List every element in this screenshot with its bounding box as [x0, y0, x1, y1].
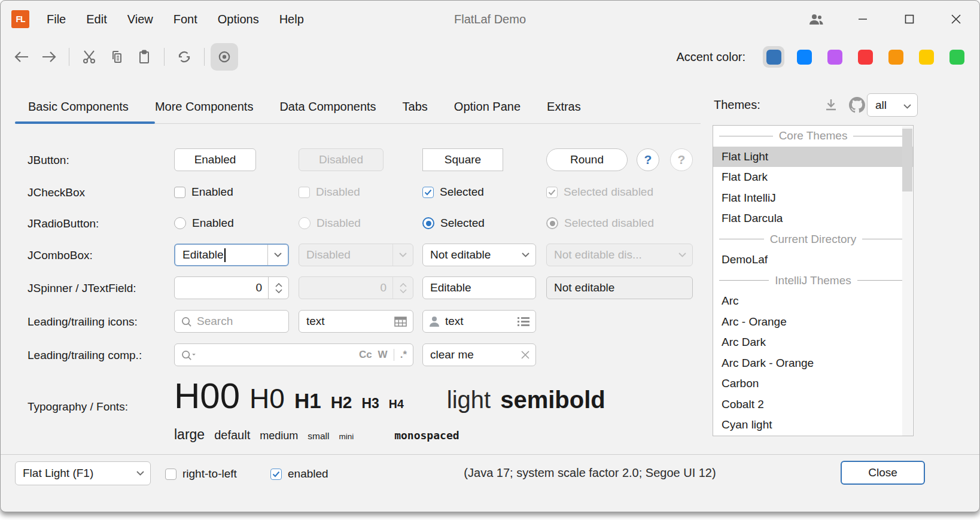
accent-swatch-yellow[interactable] — [915, 46, 937, 68]
user-icon — [429, 316, 440, 327]
themes-scrollbar[interactable] — [902, 126, 912, 436]
users-icon[interactable] — [793, 1, 839, 38]
tab-more-components[interactable]: More Components — [142, 89, 267, 124]
status-text: (Java 17; system scale factor 2.0; Segoe… — [419, 461, 760, 484]
paste-icon[interactable] — [130, 43, 158, 71]
chevron-down-icon[interactable] — [267, 245, 288, 265]
tab-data-components[interactable]: Data Components — [266, 89, 389, 124]
theme-item-cobalt-2[interactable]: Cobalt 2 — [713, 394, 913, 415]
chevron-down-icon — [903, 99, 911, 112]
swatch-color — [766, 50, 781, 65]
whole-word-button[interactable]: W — [378, 349, 388, 361]
checkbox-box — [174, 187, 185, 198]
combobox-value: Not editable dis... — [547, 248, 642, 261]
spinner[interactable]: 0 — [174, 276, 289, 299]
textfield-value: Editable — [430, 281, 471, 294]
text-field-with-table-icon[interactable]: text — [299, 310, 413, 333]
radio-circle — [299, 217, 311, 229]
theme-item-carbon[interactable]: Carbon — [713, 373, 913, 394]
tab-option-pane[interactable]: Option Pane — [441, 89, 534, 124]
radio-label: Selected — [440, 217, 485, 230]
jradiobutton-row-label: JRadioButton: — [28, 217, 99, 230]
search-field-with-options[interactable]: Cc W .* — [174, 343, 413, 366]
menu-options[interactable]: Options — [208, 1, 269, 38]
spinner-buttons[interactable] — [268, 277, 288, 299]
text-caret — [224, 248, 226, 262]
themes-filter-combobox[interactable]: all — [867, 93, 918, 117]
separator — [394, 349, 394, 361]
accent-swatch-blue[interactable] — [793, 46, 815, 68]
theme-item-flat-darcula[interactable]: Flat Darcula — [713, 208, 913, 229]
scrollbar-thumb[interactable] — [902, 129, 912, 191]
round-button[interactable]: Round — [546, 148, 628, 171]
menu-file[interactable]: File — [36, 1, 76, 38]
laf-selector-combobox[interactable]: Flat Light (F1) — [15, 461, 151, 485]
accent-swatch-orange[interactable] — [885, 46, 906, 68]
menu-help[interactable]: Help — [269, 1, 314, 38]
theme-item-arc-orange[interactable]: Arc - Orange — [713, 312, 913, 333]
theme-item-dark-flat[interactable]: Dark Flat — [713, 436, 913, 437]
radio-enabled[interactable]: Enabled — [174, 217, 234, 230]
tab-active-indicator — [15, 121, 155, 124]
tab-tabs[interactable]: Tabs — [389, 89, 441, 124]
search-with-dropdown-icon[interactable] — [181, 349, 196, 361]
minimize-button[interactable] — [839, 1, 886, 38]
radio-selected[interactable]: Selected — [422, 217, 485, 230]
theme-item-flat-light[interactable]: Flat Light — [713, 147, 913, 168]
accent-color-label: Accent color: — [676, 50, 745, 64]
enabled-button[interactable]: Enabled — [174, 148, 256, 171]
enabled-checkbox[interactable]: enabled — [270, 467, 328, 481]
back-icon[interactable] — [8, 43, 35, 71]
close-button[interactable]: Close — [841, 461, 925, 485]
square-button[interactable]: Square — [422, 148, 503, 171]
tab-extras[interactable]: Extras — [534, 89, 594, 124]
refresh-icon[interactable] — [171, 43, 198, 71]
h1-sample: H1 — [294, 389, 321, 412]
themes-rows: Core ThemesFlat LightFlat DarkFlat Intel… — [713, 126, 913, 436]
checkbox-selected[interactable]: Selected — [422, 186, 484, 199]
menu-font[interactable]: Font — [163, 1, 208, 38]
close-window-button[interactable] — [933, 1, 979, 38]
checkbox-label: Disabled — [316, 186, 360, 199]
cut-icon[interactable] — [75, 43, 103, 71]
accent-swatch-red[interactable] — [854, 46, 876, 68]
tab-basic-components[interactable]: Basic Components — [15, 89, 142, 124]
theme-item-demolaf[interactable]: DemoLaf — [713, 250, 913, 270]
checkbox-enabled[interactable]: Enabled — [174, 186, 233, 199]
maximize-button[interactable] — [886, 1, 933, 38]
combobox-editable[interactable]: Editable — [174, 244, 289, 266]
menu-list-icon[interactable] — [518, 317, 529, 326]
show-hidden-eye-icon[interactable] — [211, 43, 238, 71]
clearable-text-field[interactable]: clear me — [422, 343, 536, 366]
theme-item-arc-dark-orange[interactable]: Arc Dark - Orange — [713, 353, 913, 374]
theme-item-cyan-light[interactable]: Cyan light — [713, 415, 913, 436]
theme-item-arc[interactable]: Arc — [713, 291, 913, 312]
h0-sample: H0 — [249, 383, 285, 414]
forward-icon[interactable] — [35, 43, 63, 71]
match-case-button[interactable]: Cc — [359, 349, 372, 361]
rtl-checkbox[interactable]: right-to-left — [165, 467, 237, 481]
menu-view[interactable]: View — [117, 1, 163, 38]
radio-label: Selected disabled — [564, 217, 654, 230]
themes-separator-intellij-themes: IntelliJ Themes — [713, 270, 913, 291]
theme-item-arc-dark[interactable]: Arc Dark — [713, 332, 913, 353]
table-icon[interactable] — [394, 317, 407, 327]
regex-button[interactable]: .* — [400, 349, 407, 361]
h00-sample: H00 — [174, 376, 240, 416]
menu-edit[interactable]: Edit — [76, 1, 117, 38]
textfield-editable[interactable]: Editable — [422, 276, 536, 299]
combobox-value: Not editable — [423, 248, 491, 261]
copy-icon[interactable] — [103, 43, 130, 71]
accent-swatch-purple[interactable] — [824, 46, 845, 68]
combobox-not-editable[interactable]: Not editable — [422, 244, 536, 266]
download-icon[interactable] — [818, 92, 844, 118]
theme-item-flat-dark[interactable]: Flat Dark — [713, 167, 913, 188]
theme-item-flat-intellij[interactable]: Flat IntelliJ — [713, 188, 913, 209]
clear-x-icon[interactable] — [521, 351, 529, 359]
search-field[interactable]: Search — [174, 310, 289, 333]
accent-swatch-green[interactable] — [946, 46, 967, 68]
text-field-with-user-icon[interactable]: text — [422, 310, 536, 333]
help-button[interactable]: ? — [637, 148, 659, 171]
typography-headings: H00H0H1H2H3H4lightsemibold — [174, 375, 615, 416]
accent-swatch-default-blue[interactable] — [763, 46, 784, 68]
